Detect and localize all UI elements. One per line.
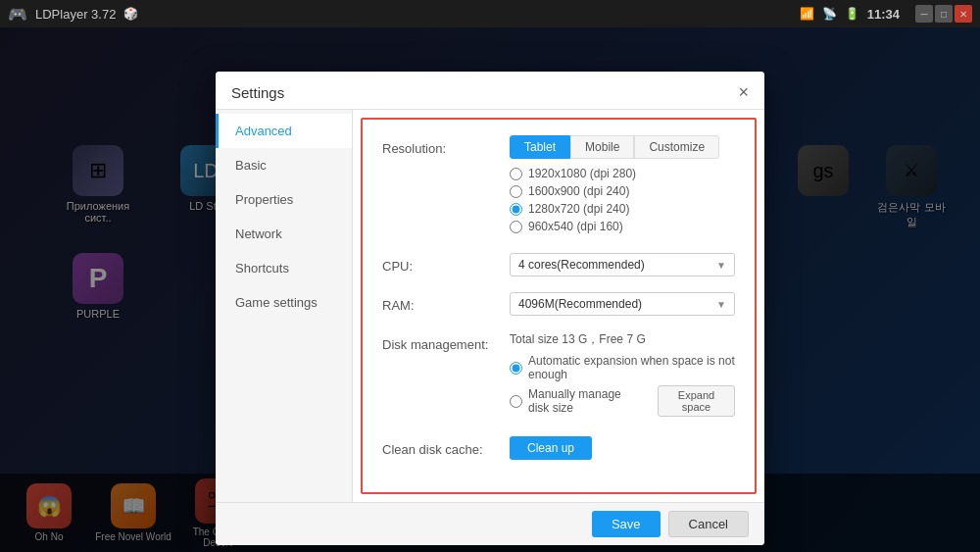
radio-disk-auto[interactable] [510, 362, 522, 375]
window-controls[interactable]: ─ □ ✕ [915, 5, 972, 23]
resolution-option-960[interactable]: 960x540 (dpi 160) [510, 220, 735, 233]
dialog-body: Advanced Basic Properties Network Shortc… [216, 110, 764, 502]
resolution-option-1920[interactable]: 1920x1080 (dpi 280) [510, 167, 735, 180]
close-button[interactable]: ✕ [955, 5, 972, 23]
cache-controls: Clean up [510, 436, 735, 460]
disk-label: Disk management: [382, 331, 510, 352]
nav-item-shortcuts[interactable]: Shortcuts [216, 251, 352, 285]
cpu-dropdown[interactable]: 4 cores(Recommended) ▼ [510, 253, 735, 276]
dialog-titlebar: Settings × [216, 72, 764, 110]
clock: 11:34 [867, 7, 900, 22]
app-title: LDPlayer 3.72 [35, 7, 116, 22]
nav-item-game-settings[interactable]: Game settings [216, 285, 352, 320]
radio-960[interactable] [510, 221, 522, 233]
ram-row: RAM: 4096M(Recommended) ▼ [382, 292, 735, 316]
resolution-row: Resolution: Tablet Mobile Customize 1920… [382, 135, 735, 237]
minimize-button[interactable]: ─ [915, 5, 933, 23]
taskbar-left-section: 🎮 LDPlayer 3.72 🎲 [8, 5, 138, 24]
ram-dropdown-arrow: ▼ [716, 299, 726, 310]
wifi-icon: 📶 [800, 7, 814, 21]
disk-manual-label: Manually manage disk size [528, 387, 644, 415]
nav-item-advanced[interactable]: Advanced [216, 114, 352, 148]
label-1600: 1600x900 (dpi 240) [528, 184, 629, 198]
cpu-value: 4 cores(Recommended) [518, 258, 645, 272]
disk-option-manual[interactable]: Manually manage disk size Expand space [510, 385, 735, 417]
cpu-dropdown-arrow: ▼ [716, 260, 726, 271]
dialog-nav: Advanced Basic Properties Network Shortc… [216, 110, 353, 502]
desktop: ⊞ Приложения сист.. P PURPLE LD LD St.. … [0, 27, 980, 552]
nav-item-basic[interactable]: Basic [216, 148, 352, 182]
maximize-button[interactable]: □ [935, 5, 953, 23]
radio-1600[interactable] [510, 185, 522, 198]
disk-row: Disk management: Total size 13 G，Free 7 … [382, 331, 735, 421]
expand-space-button[interactable]: Expand space [658, 385, 735, 417]
ram-dropdown[interactable]: 4096M(Recommended) ▼ [510, 292, 735, 316]
disk-option-auto[interactable]: Automatic expansion when space is not en… [510, 354, 735, 381]
app-icon: 🎮 [8, 5, 27, 24]
settings-dialog: Settings × Advanced Basic Properties Net… [216, 72, 764, 545]
disk-info: Total size 13 G，Free 7 G [510, 331, 735, 348]
nav-item-network[interactable]: Network [216, 217, 352, 251]
ram-value: 4096M(Recommended) [518, 297, 642, 311]
disk-auto-label: Automatic expansion when space is not en… [528, 354, 735, 381]
tab-customize[interactable]: Customize [634, 135, 719, 159]
cpu-label: CPU: [382, 253, 510, 274]
cancel-button[interactable]: Cancel [668, 511, 749, 537]
radio-1920[interactable] [510, 168, 522, 180]
resolution-label: Resolution: [382, 135, 510, 156]
dialog-close-button[interactable]: × [738, 83, 749, 101]
label-1280: 1280x720 (dpi 240) [528, 202, 629, 216]
dialog-footer: Save Cancel [216, 502, 764, 545]
cache-label: Clean disk cache: [382, 436, 510, 457]
label-1920: 1920x1080 (dpi 280) [528, 167, 636, 180]
radio-1280[interactable] [510, 203, 522, 216]
resolution-controls: Tablet Mobile Customize 1920x1080 (dpi 2… [510, 135, 735, 237]
cache-row: Clean disk cache: Clean up [382, 436, 735, 460]
dialog-title: Settings [231, 84, 284, 101]
resolution-option-1280[interactable]: 1280x720 (dpi 240) [510, 202, 735, 216]
disk-controls: Total size 13 G，Free 7 G Automatic expan… [510, 331, 735, 421]
tab-mobile[interactable]: Mobile [570, 135, 634, 159]
taskbar-top: 🎮 LDPlayer 3.72 🎲 📶 📡 🔋 11:34 ─ □ ✕ [0, 0, 980, 27]
radio-disk-manual[interactable] [510, 395, 522, 408]
ram-label: RAM: [382, 292, 510, 313]
save-button[interactable]: Save [592, 511, 661, 537]
clean-up-button[interactable]: Clean up [510, 436, 592, 460]
nav-item-properties[interactable]: Properties [216, 182, 352, 217]
taskbar-right-section: 📶 📡 🔋 11:34 ─ □ ✕ [800, 5, 972, 23]
resolution-option-1600[interactable]: 1600x900 (dpi 240) [510, 184, 735, 198]
battery-icon: 🔋 [845, 7, 859, 21]
label-960: 960x540 (dpi 160) [528, 220, 623, 233]
signal-icon: 📡 [822, 7, 837, 21]
cpu-controls: 4 cores(Recommended) ▼ [510, 253, 735, 276]
dialog-content: Resolution: Tablet Mobile Customize 1920… [361, 118, 757, 494]
version-icon: 🎲 [123, 7, 138, 21]
resolution-tab-group: Tablet Mobile Customize [510, 135, 735, 159]
cpu-row: CPU: 4 cores(Recommended) ▼ [382, 253, 735, 276]
ram-controls: 4096M(Recommended) ▼ [510, 292, 735, 316]
tab-tablet[interactable]: Tablet [510, 135, 570, 159]
